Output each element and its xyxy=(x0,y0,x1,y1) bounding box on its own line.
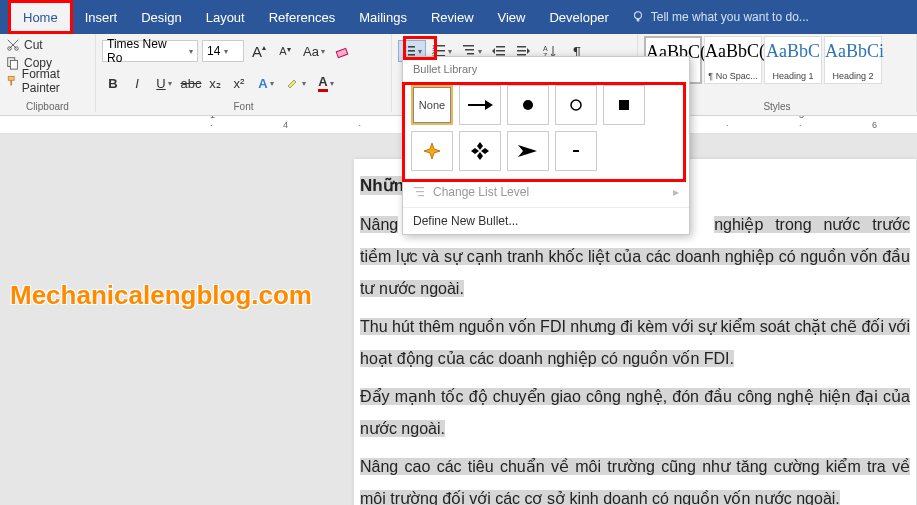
tab-view[interactable]: View xyxy=(486,0,538,34)
style-heading1[interactable]: AaBbC Heading 1 xyxy=(764,36,822,84)
level-icon xyxy=(413,185,427,199)
style-preview: AaBbC xyxy=(765,41,821,62)
tab-layout[interactable]: Layout xyxy=(194,0,257,34)
svg-rect-54 xyxy=(414,187,424,188)
subscript-button[interactable]: x₂ xyxy=(204,72,226,94)
bold-button[interactable]: B xyxy=(102,72,124,94)
svg-rect-56 xyxy=(418,195,424,196)
text-effects-button[interactable]: A▾ xyxy=(252,72,280,94)
svg-rect-24 xyxy=(496,46,505,48)
superscript-button[interactable]: x² xyxy=(228,72,250,94)
tell-me-search[interactable]: Tell me what you want to do... xyxy=(631,10,809,24)
change-list-level-label: Change List Level xyxy=(433,185,529,199)
clipboard-group-title: Clipboard xyxy=(0,101,95,112)
svg-rect-8 xyxy=(336,48,347,57)
highlighter-icon xyxy=(286,76,300,90)
bullet-option-arrow[interactable] xyxy=(459,85,501,125)
italic-button[interactable]: I xyxy=(126,72,148,94)
style-no-spacing[interactable]: AaBbC( ¶ No Spac... xyxy=(704,36,762,84)
svg-rect-28 xyxy=(517,50,526,52)
style-heading2[interactable]: AaBbCi Heading 2 xyxy=(824,36,882,84)
change-list-level-item: Change List Level ▸ xyxy=(403,179,689,205)
highlight-color-button[interactable]: ▾ xyxy=(282,72,310,94)
tab-mailings[interactable]: Mailings xyxy=(347,0,419,34)
tab-insert[interactable]: Insert xyxy=(73,0,130,34)
bullet-grid: None xyxy=(403,81,689,179)
svg-rect-23 xyxy=(467,53,474,55)
tab-review[interactable]: Review xyxy=(419,0,486,34)
font-color-button[interactable]: A▾ xyxy=(312,72,340,94)
bullet-option-circle[interactable] xyxy=(555,85,597,125)
superscript-label: x² xyxy=(234,76,245,91)
svg-point-9 xyxy=(404,46,407,49)
font-name-select[interactable]: Times New Ro▾ xyxy=(102,40,198,62)
arrowhead-icon xyxy=(517,144,539,158)
doc-p4: Nâng cao các tiêu chuẩn về môi trường cũ… xyxy=(360,458,910,505)
define-new-bullet-item[interactable]: Define New Bullet... xyxy=(403,207,689,234)
scissors-icon xyxy=(6,38,20,52)
ribbon-tabbar: Home Insert Design Layout References Mai… xyxy=(0,0,917,34)
copy-icon xyxy=(6,56,20,70)
font-size-select[interactable]: 14▾ xyxy=(202,40,244,62)
svg-point-11 xyxy=(404,50,407,53)
bold-label: B xyxy=(108,76,117,91)
svg-rect-5 xyxy=(10,60,17,69)
bullet-option-disc[interactable] xyxy=(507,85,549,125)
style-name: ¶ No Spac... xyxy=(705,71,761,81)
lightbulb-icon xyxy=(631,10,645,24)
subscript-label: x₂ xyxy=(209,76,221,91)
svg-point-0 xyxy=(634,12,641,19)
svg-rect-10 xyxy=(408,46,415,48)
cut-button[interactable]: Cut xyxy=(6,36,89,54)
dash-icon xyxy=(569,144,583,158)
square-icon xyxy=(617,98,631,112)
eraser-icon xyxy=(335,43,351,59)
underline-label: U xyxy=(156,76,165,91)
diamonds-icon xyxy=(470,141,490,161)
svg-rect-21 xyxy=(463,45,474,47)
tab-references[interactable]: References xyxy=(257,0,347,34)
style-preview: AaBbC( xyxy=(705,41,761,62)
svg-rect-22 xyxy=(465,49,474,51)
tell-me-label: Tell me what you want to do... xyxy=(651,10,809,24)
strike-label: abc xyxy=(181,76,202,91)
svg-rect-7 xyxy=(10,80,11,85)
svg-rect-6 xyxy=(8,77,14,81)
tab-developer[interactable]: Developer xyxy=(537,0,620,34)
svg-rect-25 xyxy=(496,50,505,52)
style-name: Heading 2 xyxy=(825,71,881,81)
doc-heading: Nhữn xyxy=(360,176,404,195)
underline-button[interactable]: U▾ xyxy=(150,72,178,94)
tab-design[interactable]: Design xyxy=(129,0,193,34)
doc-p2: Thu hút thêm nguồn vốn FDI nhưng đi kèm … xyxy=(360,318,910,367)
grow-font-button[interactable]: A▴ xyxy=(248,40,270,62)
bullet-option-dash[interactable] xyxy=(555,131,597,171)
bullet-option-none[interactable]: None xyxy=(411,85,453,125)
bullet-option-square[interactable] xyxy=(603,85,645,125)
font-size-value: 14 xyxy=(207,44,220,58)
format-painter-button[interactable]: Format Painter xyxy=(6,72,89,90)
arrow-icon xyxy=(467,98,493,112)
disc-icon xyxy=(521,98,535,112)
svg-point-51 xyxy=(571,100,581,110)
strikethrough-button[interactable]: abc xyxy=(180,72,202,94)
font-name-value: Times New Ro xyxy=(107,37,185,65)
svg-rect-12 xyxy=(408,50,415,52)
bullet-option-star4[interactable] xyxy=(411,131,453,171)
shrink-font-button[interactable]: A▾ xyxy=(274,40,296,62)
svg-rect-27 xyxy=(517,46,526,48)
clear-formatting-button[interactable] xyxy=(332,40,354,62)
style-name: Heading 1 xyxy=(765,71,821,81)
tab-home[interactable]: Home xyxy=(8,0,73,34)
change-case-button[interactable]: Aa▾ xyxy=(300,40,328,62)
svg-text:A: A xyxy=(543,45,548,52)
bullet-option-diamonds[interactable] xyxy=(459,131,501,171)
font-group-title: Font xyxy=(96,101,391,112)
style-preview: AaBbCi xyxy=(825,41,881,62)
italic-label: I xyxy=(135,76,139,91)
change-case-label: Aa xyxy=(303,44,319,59)
svg-rect-52 xyxy=(619,100,629,110)
svg-point-50 xyxy=(523,100,533,110)
bullet-option-arrowhead[interactable] xyxy=(507,131,549,171)
bullet-library-popup: Bullet Library None Change List Level ▸ … xyxy=(402,56,690,235)
